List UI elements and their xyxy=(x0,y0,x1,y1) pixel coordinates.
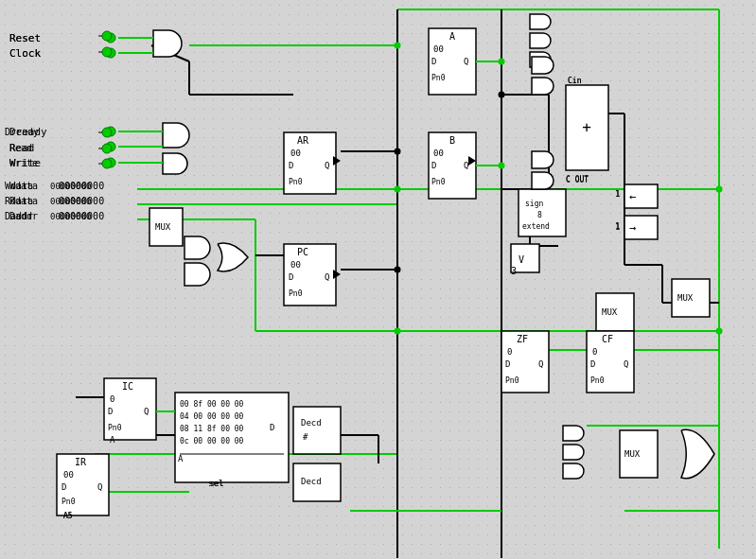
circuit-diagram xyxy=(0,0,756,559)
